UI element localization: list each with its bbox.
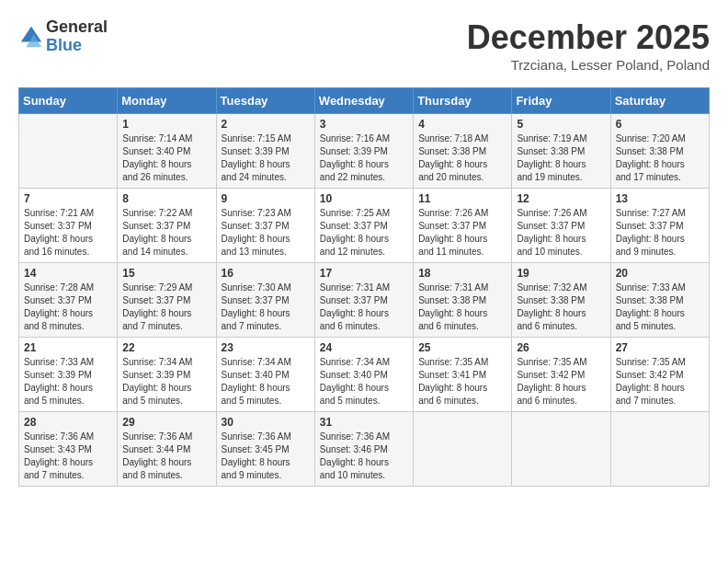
day-info: Sunrise: 7:33 AM Sunset: 3:38 PM Dayligh… bbox=[616, 282, 704, 333]
day-number: 31 bbox=[320, 416, 408, 429]
calendar-cell: 13Sunrise: 7:27 AM Sunset: 3:37 PM Dayli… bbox=[610, 189, 709, 263]
day-info: Sunrise: 7:34 AM Sunset: 3:40 PM Dayligh… bbox=[320, 356, 408, 408]
calendar-cell: 12Sunrise: 7:26 AM Sunset: 3:37 PM Dayli… bbox=[512, 189, 610, 263]
calendar-cell: 15Sunrise: 7:29 AM Sunset: 3:37 PM Dayli… bbox=[118, 263, 216, 338]
calendar-cell: 9Sunrise: 7:23 AM Sunset: 3:37 PM Daylig… bbox=[216, 189, 314, 263]
day-info: Sunrise: 7:19 AM Sunset: 3:38 PM Dayligh… bbox=[517, 132, 605, 184]
day-info: Sunrise: 7:35 AM Sunset: 3:42 PM Dayligh… bbox=[517, 356, 605, 408]
day-info: Sunrise: 7:35 AM Sunset: 3:41 PM Dayligh… bbox=[418, 356, 506, 408]
calendar-cell: 25Sunrise: 7:35 AM Sunset: 3:41 PM Dayli… bbox=[414, 338, 512, 412]
day-number: 29 bbox=[122, 416, 210, 429]
day-number: 21 bbox=[24, 341, 112, 354]
header-cell-tuesday: Tuesday bbox=[216, 88, 314, 114]
calendar-cell: 8Sunrise: 7:22 AM Sunset: 3:37 PM Daylig… bbox=[118, 189, 216, 263]
calendar-cell: 26Sunrise: 7:35 AM Sunset: 3:42 PM Dayli… bbox=[512, 338, 610, 412]
day-number: 2 bbox=[222, 118, 310, 131]
calendar-cell: 19Sunrise: 7:32 AM Sunset: 3:38 PM Dayli… bbox=[512, 263, 610, 338]
day-number: 27 bbox=[616, 341, 704, 354]
header-cell-thursday: Thursday bbox=[414, 88, 512, 114]
day-number: 22 bbox=[122, 341, 210, 354]
calendar-cell: 24Sunrise: 7:34 AM Sunset: 3:40 PM Dayli… bbox=[314, 338, 413, 412]
calendar-cell: 18Sunrise: 7:31 AM Sunset: 3:38 PM Dayli… bbox=[414, 263, 512, 338]
title-block: December 2025 Trzciana, Lesser Poland, P… bbox=[467, 18, 710, 73]
day-number: 4 bbox=[418, 118, 506, 131]
calendar-cell bbox=[19, 114, 118, 189]
week-row-2: 7Sunrise: 7:21 AM Sunset: 3:37 PM Daylig… bbox=[19, 189, 710, 263]
calendar-cell: 28Sunrise: 7:36 AM Sunset: 3:43 PM Dayli… bbox=[19, 412, 118, 487]
logo-general-text: General bbox=[46, 18, 108, 37]
header-cell-friday: Friday bbox=[512, 88, 610, 114]
day-info: Sunrise: 7:18 AM Sunset: 3:38 PM Dayligh… bbox=[418, 132, 506, 184]
calendar-cell: 4Sunrise: 7:18 AM Sunset: 3:38 PM Daylig… bbox=[414, 114, 512, 189]
week-row-1: 1Sunrise: 7:14 AM Sunset: 3:40 PM Daylig… bbox=[19, 114, 710, 189]
calendar-cell: 31Sunrise: 7:36 AM Sunset: 3:46 PM Dayli… bbox=[314, 412, 413, 487]
day-info: Sunrise: 7:36 AM Sunset: 3:45 PM Dayligh… bbox=[222, 431, 310, 482]
calendar-cell: 20Sunrise: 7:33 AM Sunset: 3:38 PM Dayli… bbox=[610, 263, 709, 338]
week-row-5: 28Sunrise: 7:36 AM Sunset: 3:43 PM Dayli… bbox=[19, 412, 710, 487]
header-cell-sunday: Sunday bbox=[19, 88, 118, 114]
day-info: Sunrise: 7:27 AM Sunset: 3:37 PM Dayligh… bbox=[616, 207, 704, 259]
day-info: Sunrise: 7:36 AM Sunset: 3:46 PM Dayligh… bbox=[320, 431, 408, 482]
day-info: Sunrise: 7:16 AM Sunset: 3:39 PM Dayligh… bbox=[320, 132, 408, 184]
header-cell-saturday: Saturday bbox=[610, 88, 709, 114]
day-number: 12 bbox=[517, 192, 605, 205]
location: Trzciana, Lesser Poland, Poland bbox=[467, 57, 710, 73]
day-number: 18 bbox=[418, 267, 506, 280]
calendar-cell: 17Sunrise: 7:31 AM Sunset: 3:37 PM Dayli… bbox=[314, 263, 413, 338]
day-info: Sunrise: 7:31 AM Sunset: 3:37 PM Dayligh… bbox=[320, 282, 408, 333]
day-info: Sunrise: 7:26 AM Sunset: 3:37 PM Dayligh… bbox=[517, 207, 605, 259]
header-row: SundayMondayTuesdayWednesdayThursdayFrid… bbox=[19, 88, 710, 114]
calendar-cell: 30Sunrise: 7:36 AM Sunset: 3:45 PM Dayli… bbox=[216, 412, 314, 487]
day-number: 3 bbox=[320, 118, 408, 131]
month-title: December 2025 bbox=[467, 18, 710, 57]
week-row-3: 14Sunrise: 7:28 AM Sunset: 3:37 PM Dayli… bbox=[19, 263, 710, 338]
day-number: 15 bbox=[122, 267, 210, 280]
day-info: Sunrise: 7:26 AM Sunset: 3:37 PM Dayligh… bbox=[418, 207, 506, 259]
calendar-cell: 14Sunrise: 7:28 AM Sunset: 3:37 PM Dayli… bbox=[19, 263, 118, 338]
header-cell-wednesday: Wednesday bbox=[314, 88, 413, 114]
calendar-cell: 21Sunrise: 7:33 AM Sunset: 3:39 PM Dayli… bbox=[19, 338, 118, 412]
day-number: 23 bbox=[222, 341, 310, 354]
calendar-cell: 16Sunrise: 7:30 AM Sunset: 3:37 PM Dayli… bbox=[216, 263, 314, 338]
calendar-cell: 1Sunrise: 7:14 AM Sunset: 3:40 PM Daylig… bbox=[118, 114, 216, 189]
day-number: 13 bbox=[616, 192, 704, 205]
day-number: 19 bbox=[517, 267, 605, 280]
calendar-cell: 11Sunrise: 7:26 AM Sunset: 3:37 PM Dayli… bbox=[414, 189, 512, 263]
calendar-cell bbox=[610, 412, 709, 487]
day-number: 17 bbox=[320, 267, 408, 280]
day-info: Sunrise: 7:25 AM Sunset: 3:37 PM Dayligh… bbox=[320, 207, 408, 259]
day-info: Sunrise: 7:15 AM Sunset: 3:39 PM Dayligh… bbox=[222, 132, 310, 184]
day-number: 25 bbox=[418, 341, 506, 354]
calendar-cell: 6Sunrise: 7:20 AM Sunset: 3:38 PM Daylig… bbox=[610, 114, 709, 189]
week-row-4: 21Sunrise: 7:33 AM Sunset: 3:39 PM Dayli… bbox=[19, 338, 710, 412]
day-number: 5 bbox=[517, 118, 605, 131]
day-info: Sunrise: 7:34 AM Sunset: 3:40 PM Dayligh… bbox=[222, 356, 310, 408]
day-number: 26 bbox=[517, 341, 605, 354]
day-number: 30 bbox=[222, 416, 310, 429]
calendar-cell: 7Sunrise: 7:21 AM Sunset: 3:37 PM Daylig… bbox=[19, 189, 118, 263]
day-info: Sunrise: 7:20 AM Sunset: 3:38 PM Dayligh… bbox=[616, 132, 704, 184]
calendar-cell: 2Sunrise: 7:15 AM Sunset: 3:39 PM Daylig… bbox=[216, 114, 314, 189]
header-cell-monday: Monday bbox=[118, 88, 216, 114]
day-number: 14 bbox=[24, 267, 112, 280]
day-number: 10 bbox=[320, 192, 408, 205]
calendar-cell bbox=[414, 412, 512, 487]
day-number: 28 bbox=[24, 416, 112, 429]
day-info: Sunrise: 7:31 AM Sunset: 3:38 PM Dayligh… bbox=[418, 282, 506, 333]
day-number: 7 bbox=[24, 192, 112, 205]
day-number: 6 bbox=[616, 118, 704, 131]
day-info: Sunrise: 7:14 AM Sunset: 3:40 PM Dayligh… bbox=[122, 132, 210, 184]
calendar-cell: 23Sunrise: 7:34 AM Sunset: 3:40 PM Dayli… bbox=[216, 338, 314, 412]
logo-icon bbox=[18, 24, 44, 50]
day-number: 11 bbox=[418, 192, 506, 205]
day-number: 24 bbox=[320, 341, 408, 354]
calendar-cell bbox=[512, 412, 610, 487]
calendar-cell: 22Sunrise: 7:34 AM Sunset: 3:39 PM Dayli… bbox=[118, 338, 216, 412]
day-info: Sunrise: 7:28 AM Sunset: 3:37 PM Dayligh… bbox=[24, 282, 112, 333]
calendar-cell: 27Sunrise: 7:35 AM Sunset: 3:42 PM Dayli… bbox=[610, 338, 709, 412]
calendar-cell: 29Sunrise: 7:36 AM Sunset: 3:44 PM Dayli… bbox=[118, 412, 216, 487]
calendar-cell: 10Sunrise: 7:25 AM Sunset: 3:37 PM Dayli… bbox=[314, 189, 413, 263]
day-info: Sunrise: 7:22 AM Sunset: 3:37 PM Dayligh… bbox=[122, 207, 210, 259]
day-info: Sunrise: 7:29 AM Sunset: 3:37 PM Dayligh… bbox=[122, 282, 210, 333]
day-info: Sunrise: 7:23 AM Sunset: 3:37 PM Dayligh… bbox=[222, 207, 310, 259]
